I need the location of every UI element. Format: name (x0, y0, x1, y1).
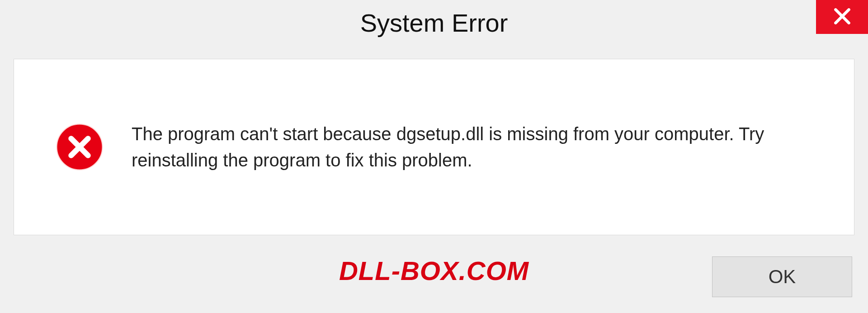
dialog-footer: DLL-BOX.COM OK (0, 252, 868, 302)
close-button[interactable] (816, 0, 868, 34)
title-bar: System Error (0, 0, 868, 45)
error-icon (55, 122, 104, 172)
dialog-content: The program can't start because dgsetup.… (14, 59, 854, 235)
dialog-title: System Error (360, 8, 508, 38)
ok-button[interactable]: OK (712, 256, 852, 297)
dialog-message: The program can't start because dgsetup.… (132, 121, 822, 173)
close-icon (832, 6, 852, 28)
error-dialog: System Error The program can't start bec… (0, 0, 868, 313)
watermark-text: DLL-BOX.COM (339, 256, 529, 286)
